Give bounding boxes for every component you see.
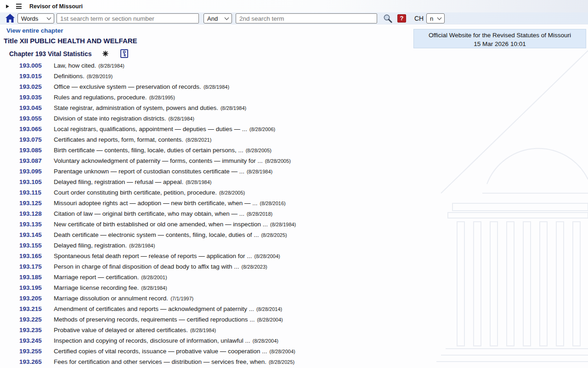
chevron-down-icon [225, 16, 229, 20]
section-number-link[interactable]: 193.225 [19, 316, 54, 323]
chapter-heading: Chapter 193 Vital Statistics [9, 50, 91, 58]
section-date: (8/28/2025) [261, 232, 287, 238]
section-number-link[interactable]: 193.025 [19, 83, 54, 90]
view-entire-chapter-link[interactable]: View entire chapter [6, 27, 63, 34]
section-title: Birth certificate — contents, filing, lo… [54, 147, 243, 154]
section-row: 193.185Marriage report — certification.(… [0, 272, 588, 283]
section-date: (8/28/2005) [246, 148, 271, 153]
section-title: Parentage unknown — report of custodian … [54, 168, 244, 175]
section-title: Delayed filing, registration. [54, 242, 127, 249]
section-number-link[interactable]: 193.245 [19, 337, 54, 344]
section-number-link[interactable]: 193.045 [19, 104, 54, 111]
search-toolbar: Words And ? CH n [0, 12, 588, 24]
section-number-link[interactable]: 193.265 [19, 358, 54, 365]
section-number-link[interactable]: 193.075 [19, 136, 54, 143]
title-heading: Title XII PUBLIC HEALTH AND WELFARE [4, 37, 137, 45]
section-number-link[interactable]: 193.125 [19, 200, 54, 207]
section-date: (8/28/2025) [269, 359, 294, 365]
home-icon[interactable] [5, 13, 15, 25]
section-number-link[interactable]: 193.085 [19, 147, 54, 154]
infobox-line1: Official Website for the Revised Statute… [414, 31, 586, 40]
search-field-select[interactable]: Words [17, 13, 54, 23]
section-title: Court order constituting birth certifica… [54, 189, 217, 196]
section-row: 193.095Parentage unknown — report of cus… [0, 167, 588, 177]
section-row: 193.125Missouri adoptee rights act — ado… [0, 198, 588, 209]
section-date: (8/28/1984) [247, 169, 272, 174]
section-number-link[interactable]: 193.015 [19, 73, 54, 80]
section-date: (8/28/1984) [98, 63, 124, 69]
section-number-link[interactable]: 193.195 [19, 284, 54, 291]
section-number-link[interactable]: 193.095 [19, 168, 54, 175]
chapter-select-value: n [430, 15, 433, 22]
section-date: (8/28/1984) [129, 243, 155, 248]
section-date: (8/28/1984) [220, 105, 246, 111]
key-icon[interactable] [120, 49, 128, 58]
section-date: (8/28/1995) [149, 95, 175, 100]
section-number-link[interactable]: 193.035 [19, 94, 54, 101]
section-number-link[interactable]: 193.135 [19, 221, 54, 228]
section-row: 193.225Methods of preserving records, re… [0, 315, 588, 325]
section-date: (8/28/2016) [260, 201, 285, 206]
section-row: 193.235Probative value of delayed or alt… [0, 325, 588, 336]
page: Revisor of Missouri Words And ? CH [0, 0, 588, 368]
section-row: 193.087Voluntary acknowledgment of pater… [0, 156, 588, 167]
section-title: Amendment of certificates and reports — … [54, 305, 254, 312]
section-title: Voluntary acknowledgment of paternity — … [54, 157, 263, 164]
section-title: Law, how cited. [54, 62, 96, 69]
section-date: (8/28/2004) [254, 253, 280, 259]
section-row: 193.085Birth certificate — contents, fil… [0, 145, 588, 156]
section-number-link[interactable]: 193.128 [19, 210, 54, 217]
section-number-link[interactable]: 193.175 [19, 263, 54, 270]
section-date: (8/28/1984) [141, 285, 167, 291]
section-row: 193.065Local registrars, qualifications,… [0, 124, 588, 135]
section-date: (8/28/2005) [219, 190, 245, 196]
section-date: (8/28/2014) [256, 306, 282, 312]
chapter-select[interactable]: n [426, 13, 445, 23]
section-title: Marriage report — certification. [54, 274, 139, 281]
section-title: Marriage license recording fee. [54, 284, 139, 291]
section-number-link[interactable]: 193.215 [19, 305, 54, 312]
hamburger-menu-icon[interactable] [16, 4, 22, 9]
app-title: Revisor of Missouri [29, 3, 83, 10]
section-number-link[interactable]: 193.087 [19, 157, 54, 164]
section-date: (8/28/2018) [247, 211, 272, 217]
section-number-link[interactable]: 193.105 [19, 178, 54, 185]
search-operator-select[interactable]: And [204, 13, 232, 23]
section-title: Certified copies of vital records, issua… [54, 348, 267, 355]
section-number-link[interactable]: 193.165 [19, 253, 54, 259]
asterisk-icon[interactable] [102, 51, 108, 57]
section-date: (8/28/1984) [270, 222, 296, 227]
section-row: 193.245Inspection and copying of records… [0, 336, 588, 346]
section-row: 193.035Rules and regulations, procedure.… [0, 92, 588, 103]
search-operator-select-value: And [207, 15, 218, 22]
section-number-link[interactable]: 193.235 [19, 327, 54, 334]
section-number-link[interactable]: 193.155 [19, 242, 54, 249]
section-list: 193.005Law, how cited.(8/28/1984)193.015… [0, 61, 588, 368]
section-number-link[interactable]: 193.065 [19, 126, 54, 132]
section-date: (8/28/2021) [186, 137, 211, 143]
section-title: Methods of preserving records, requireme… [54, 316, 254, 323]
section-number-link[interactable]: 193.115 [19, 189, 54, 196]
section-date: (8/28/2006) [249, 126, 275, 132]
section-date: (8/28/2004) [253, 338, 278, 344]
section-date: (8/28/2023) [242, 264, 267, 270]
search-icon[interactable] [383, 14, 393, 25]
search-term-2-input[interactable] [236, 13, 377, 23]
chevron-down-icon [47, 16, 51, 20]
section-number-link[interactable]: 193.255 [19, 348, 54, 355]
section-title: Probative value of delayed or altered ce… [54, 327, 188, 334]
official-website-infobox: Official Website for the Revised Statute… [413, 29, 586, 48]
section-number-link[interactable]: 193.185 [19, 274, 54, 281]
section-row: 193.205Marriage dissolution or annulment… [0, 293, 588, 304]
section-title: New certificate of birth established or … [54, 221, 268, 228]
search-term-1-input[interactable] [57, 13, 199, 23]
section-number-link[interactable]: 193.205 [19, 295, 54, 302]
section-number-link[interactable]: 193.145 [19, 231, 54, 238]
section-number-link[interactable]: 193.055 [19, 115, 54, 122]
expand-arrow-icon[interactable] [6, 5, 9, 8]
help-button[interactable]: ? [397, 14, 406, 23]
section-row: 193.135New certificate of birth establis… [0, 219, 588, 230]
section-date: (8/28/1984) [190, 328, 216, 333]
section-number-link[interactable]: 193.005 [19, 62, 54, 69]
section-title: Definitions. [54, 73, 85, 80]
